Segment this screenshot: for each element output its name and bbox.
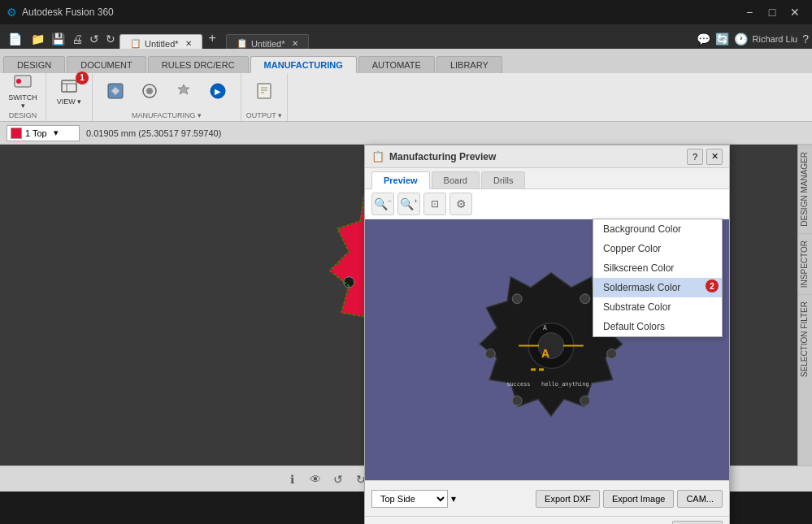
open-icon[interactable]: 📁 [28,29,47,49]
help-icon[interactable]: ? [802,32,809,45]
print-icon[interactable]: 🖨 [69,29,85,49]
badge-2: 2 [706,279,719,292]
settings-button[interactable]: ⚙ [449,193,472,215]
tab-manufacturing[interactable]: MANUFACTURING [250,56,357,73]
svg-text:success: success [506,381,530,388]
gear-icon: ⚙ [456,197,467,210]
layer-dropdown-icon: ▾ [54,128,59,138]
view-button[interactable]: VIEW ▾ 1 [53,73,85,109]
zoom-fit-button[interactable]: ⊡ [423,193,446,215]
svg-text:A: A [541,347,549,360]
redo-icon[interactable]: ↻ [103,29,118,49]
export-dxf-button[interactable]: Export DXF [536,490,600,508]
selection-filter-panel[interactable]: SELECTION FILTER [798,294,812,383]
close-tab2-icon[interactable]: ✕ [292,39,298,48]
svg-point-32 [580,294,590,304]
menu-background-color[interactable]: Background Color [593,219,722,239]
layer-bar: 1 Top ▾ 0.01905 mm (25.30517 97.59740) [0,122,812,145]
menu-substrate-color[interactable]: Substrate Color [593,297,722,317]
svg-rect-41 [539,368,544,370]
mfg-btn4[interactable]: ▶ [202,73,234,109]
eye-icon[interactable]: 👁 [306,470,324,488]
minimize-button[interactable]: − [739,4,760,20]
file-icon: 📋 [130,38,141,49]
svg-text:hello_anything: hello_anything [541,381,589,388]
svg-point-36 [580,396,590,405]
side-selector[interactable]: Top Side Bottom Side [371,490,448,508]
tab-drills[interactable]: Drills [481,171,525,188]
mfg-icon4: ▶ [208,81,228,101]
mfg-icon1 [106,81,125,101]
coordinates-display: 0.01905 mm (25.30517 97.59740) [86,128,221,138]
zoom-fit-icon: ⊡ [431,198,439,210]
svg-rect-10 [258,84,271,98]
layer-color [11,128,22,139]
manufacturing-label: MANUFACTURING ▾ [93,111,241,119]
svg-text:▶: ▶ [215,87,221,96]
manufacturing-preview-dialog: 📋 Manufacturing Preview ? ✕ Preview Boar… [364,145,730,524]
zoom-in-button[interactable]: 🔍+ [397,193,420,215]
dialog-tabs: Preview Board Drills [365,168,729,189]
tab-board[interactable]: Board [432,171,480,188]
clock-icon[interactable]: 🕐 [734,32,748,45]
zoom-out-icon: 🔍− [374,197,392,210]
mfg-btn2[interactable] [133,73,166,109]
design-manager-panel[interactable]: DESIGN MANAGER [798,145,812,233]
zoom-in-icon: 🔍+ [400,197,418,210]
toolbar: SWITCH ▾ DESIGN VIEW ▾ 1 [0,73,812,122]
dialog-help-button[interactable]: ? [687,149,703,165]
tab-library[interactable]: LIBRARY [436,56,502,73]
svg-point-7 [146,88,153,94]
inspector-panel[interactable]: INSPECTOR [798,233,812,294]
menu-copper-color[interactable]: Copper Color [593,239,722,258]
dialog-close-footer-button[interactable]: Close [672,521,723,525]
menu-default-colors[interactable]: Default Colors [593,317,722,336]
menu-soldermask-color[interactable]: Soldermask Color 2 [593,278,722,297]
close-button[interactable]: ✕ [784,4,805,20]
mfg-icon2 [140,81,159,101]
tab-automate[interactable]: AUTOMATE [358,56,435,73]
mfg-icon3 [174,81,193,101]
dialog-app-icon: 📋 [371,150,384,162]
svg-point-33 [485,349,495,359]
svg-rect-2 [62,80,76,92]
tab-preview[interactable]: Preview [371,171,430,189]
menu-silkscreen-color[interactable]: Silkscreen Color [593,258,722,278]
dialog-title-label: Manufacturing Preview [389,151,496,162]
active-file-tab[interactable]: 📋 Untitled* ✕ [119,34,202,49]
sync-icon[interactable]: 🔄 [715,32,729,45]
toolbar-tabs: DESIGN DOCUMENT RULES DRC/ERC MANUFACTUR… [0,49,812,73]
close-tab-icon[interactable]: ✕ [185,39,192,48]
tab-document[interactable]: DOCUMENT [67,56,146,73]
dialog-title-bar: 📋 Manufacturing Preview ? ✕ [365,145,729,168]
dialog-toolbar: 🔍− 🔍+ ⊡ ⚙ Background Color Copper Color [365,189,729,219]
mfg-btn3[interactable] [167,73,200,109]
inactive-file-tab[interactable]: 📋 Untitled* ✕ [226,34,309,49]
notifications-icon[interactable]: 💬 [697,32,710,45]
tab-rules[interactable]: RULES DRC/ERC [148,56,249,73]
layer-selector[interactable]: 1 Top ▾ [7,125,80,141]
output-btn1[interactable] [248,73,280,109]
tab-design[interactable]: DESIGN [3,56,65,73]
file-icon2: 📋 [237,38,248,49]
export-image-button[interactable]: Export Image [603,490,674,508]
undo-bottom-icon[interactable]: ↺ [329,470,347,488]
dialog-footer: Top Side Bottom Side ▾ Export DXF Export… [365,480,729,516]
restore-button[interactable]: □ [762,4,783,20]
svg-text:A: A [543,324,547,331]
dialog-close-button[interactable]: ✕ [706,149,723,165]
title-bar: ⚙ Autodesk Fusion 360 − □ ✕ [0,0,812,24]
app-icon: ⚙ [7,6,17,19]
switch-button[interactable]: SWITCH ▾ [7,73,39,109]
switch-icon [13,72,33,92]
new-icon[interactable]: 📄 [3,29,27,49]
undo-icon[interactable]: ↺ [87,29,102,49]
info-icon[interactable]: ℹ [284,470,302,488]
zoom-out-button[interactable]: 🔍− [371,193,394,215]
mfg-btn1[interactable] [99,73,132,109]
svg-point-31 [512,294,522,304]
save-icon[interactable]: 💾 [49,29,67,49]
new-tab-button[interactable]: + [204,28,221,49]
active-tab-label: Untitled* [145,39,179,49]
cam-button[interactable]: CAM... [677,490,723,508]
